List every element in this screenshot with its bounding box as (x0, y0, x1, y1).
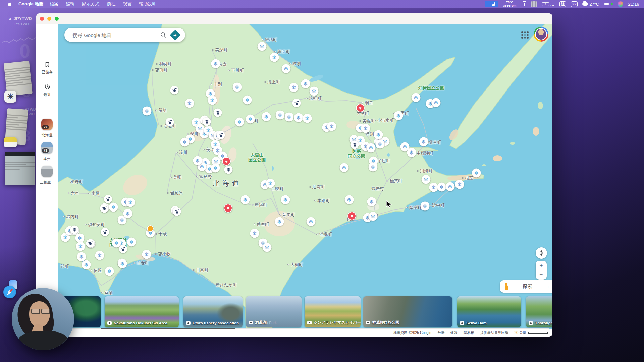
map-canvas[interactable]: ➜ + − 探索 ⌄⌄ 雄武町興部町紋別美深町羽幌町苫前町下川町名寄士別滝上町遠… (58, 24, 552, 329)
temperature-fan-status[interactable]: 75°C3666rpm (503, 1, 516, 7)
sidebar-place-label-1[interactable]: 本州 (36, 156, 58, 161)
account-avatar[interactable] (534, 27, 548, 42)
ski-spot-marker[interactable]: ❄ (95, 251, 104, 260)
notes-app-icon[interactable] (4, 137, 17, 147)
ski-spot-marker[interactable]: ❄ (307, 217, 316, 226)
ski-spot-marker[interactable]: ❄ (233, 83, 242, 92)
ski-spot-marker[interactable]: ❄ (243, 96, 252, 105)
directions-button[interactable]: ➜ (170, 29, 181, 41)
ski-spot-marker[interactable]: ❄ (374, 130, 383, 139)
ski-lift-marker[interactable] (86, 239, 95, 248)
explore-label[interactable]: 探索 (508, 283, 546, 290)
calendar-icon[interactable]: 22 (571, 1, 578, 7)
siri-icon[interactable] (618, 1, 623, 7)
menu-item-0[interactable]: 檔案 (46, 1, 62, 6)
battery-icon[interactable]: ⚡ … (542, 2, 555, 7)
ski-lift-marker[interactable] (100, 204, 109, 213)
ski-spot-marker[interactable]: ❄ (208, 96, 217, 105)
sidebar-place-label-0[interactable]: 北海道 (36, 133, 58, 138)
ski-spot-marker[interactable]: ❄ (282, 64, 291, 73)
ski-lift-marker[interactable] (224, 166, 233, 174)
ski-lift-marker[interactable] (166, 118, 174, 126)
ski-spot-marker[interactable]: ❄ (455, 180, 464, 189)
ski-spot-marker[interactable]: ❄ (289, 83, 299, 92)
ski-spot-marker[interactable]: ❄ (294, 113, 303, 122)
menu-app-name[interactable]: Google 地圖 (18, 1, 43, 7)
poi-orange-marker[interactable] (147, 225, 154, 232)
sidebar-item-recent[interactable]: 最近 (36, 84, 58, 97)
ski-spot-marker[interactable]: ❄ (127, 238, 136, 247)
ski-spot-marker[interactable]: ❄ (266, 179, 275, 188)
search-input[interactable] (72, 32, 160, 38)
control-center-icon[interactable] (604, 2, 613, 6)
ski-lift-marker[interactable] (70, 226, 79, 234)
ski-spot-marker[interactable]: ❄ (258, 42, 267, 51)
minimize-button[interactable] (47, 17, 51, 21)
ski-spot-marker[interactable]: ❄ (211, 164, 220, 173)
ski-spot-marker[interactable]: ❄ (432, 98, 441, 107)
pegman-icon[interactable] (504, 283, 508, 291)
photo-carousel-tile[interactable]: Utoro fishery association (183, 296, 243, 327)
ski-spot-marker[interactable]: ❄ (275, 217, 284, 226)
ski-spot-marker[interactable]: ❄ (126, 198, 135, 207)
ski-spot-marker[interactable]: ❄ (367, 143, 376, 153)
ski-lift-marker[interactable] (292, 99, 301, 107)
photo-carousel-tile[interactable]: Nakafurano Hokusei Ski Area (105, 296, 179, 327)
photo-carousel-tile[interactable]: awa Park洞爺湖 (246, 296, 302, 327)
ski-spot-marker[interactable]: ❄ (75, 234, 85, 243)
ski-spot-marker[interactable]: ❄ (437, 183, 446, 192)
zoom-out-button[interactable]: − (536, 270, 547, 280)
ski-spot-marker[interactable]: ❄ (407, 148, 416, 157)
window-titlebar[interactable] (36, 13, 552, 24)
ski-spot-marker[interactable]: ❄ (303, 114, 312, 123)
region-link[interactable]: 台灣 (437, 330, 444, 335)
photo-carousel-tile[interactable]: シンアラシヤマスカイパークテ… (305, 296, 361, 327)
ski-spot-marker[interactable]: ❄ (446, 182, 455, 191)
menu-item-2[interactable]: 顯示方式 (78, 1, 103, 6)
menu-item-1[interactable]: 編輯 (62, 1, 78, 6)
ski-spot-marker[interactable]: ❄ (310, 87, 319, 96)
ski-spot-marker[interactable]: ❄ (250, 229, 259, 238)
menu-item-4[interactable]: 視窗 (119, 1, 135, 6)
screen-mirroring-icon[interactable] (485, 1, 498, 7)
ski-spot-marker[interactable]: ❄ (211, 59, 220, 68)
photo-carousel-tile[interactable]: Thoroughb (526, 296, 552, 327)
ski-lift-marker[interactable] (104, 195, 112, 203)
search-icon[interactable] (160, 32, 167, 38)
sidebar-place-thumb-0[interactable]: 27 (41, 119, 53, 130)
desktop-screenshot[interactable] (5, 152, 35, 185)
ski-spot-marker[interactable]: ❄ (376, 140, 385, 149)
ski-lift-marker[interactable] (119, 245, 127, 253)
ski-spot-marker[interactable]: ❄ (369, 212, 378, 221)
ski-spot-marker[interactable]: ❄ (123, 209, 132, 218)
photo-carousel-tile[interactable]: 神威岬自然公園 (363, 296, 452, 327)
favorite-heart-marker[interactable]: ♥ (222, 157, 231, 166)
ski-spot-marker[interactable]: ❄ (340, 163, 349, 172)
ski-spot-marker[interactable]: ❄ (241, 195, 250, 204)
favorite-heart-marker[interactable]: ♥ (347, 212, 356, 220)
ski-lift-marker[interactable] (173, 207, 181, 216)
ski-spot-marker[interactable]: ❄ (185, 99, 194, 108)
carousel-scrollbar-thumb[interactable] (101, 328, 235, 329)
ski-spot-marker[interactable]: ❄ (118, 259, 127, 268)
feedback-link[interactable]: 提供產品意見回饋 (480, 330, 508, 335)
overlapping-windows-icon[interactable] (521, 1, 526, 7)
ski-spot-marker[interactable]: ❄ (367, 197, 376, 206)
ski-spot-marker[interactable]: ❄ (422, 175, 431, 184)
sidebar-place-label-2[interactable]: 三創生… (36, 180, 58, 185)
ski-spot-marker[interactable]: ❄ (235, 118, 244, 127)
ski-spot-marker[interactable]: ❄ (246, 115, 255, 124)
menu-item-3[interactable]: 前往 (103, 1, 119, 6)
sidebar-item-saved[interactable]: 已儲存 (36, 62, 58, 75)
sidebar-place-thumb-2[interactable] (41, 166, 53, 177)
zoom-in-button[interactable]: + (536, 261, 547, 270)
ski-spot-marker[interactable]: ❄ (82, 260, 91, 269)
menu-item-5[interactable]: 輔助說明 (135, 1, 160, 6)
ski-spot-marker[interactable]: ❄ (369, 163, 378, 172)
favorite-heart-marker[interactable]: ♥ (224, 204, 232, 213)
weather-status[interactable]: 27°C (582, 2, 599, 7)
ski-lift-marker[interactable] (351, 141, 359, 149)
google-apps-grid-icon[interactable] (521, 31, 529, 39)
ski-spot-marker[interactable]: ❄ (285, 113, 294, 122)
search-box[interactable]: ➜ (64, 28, 185, 42)
